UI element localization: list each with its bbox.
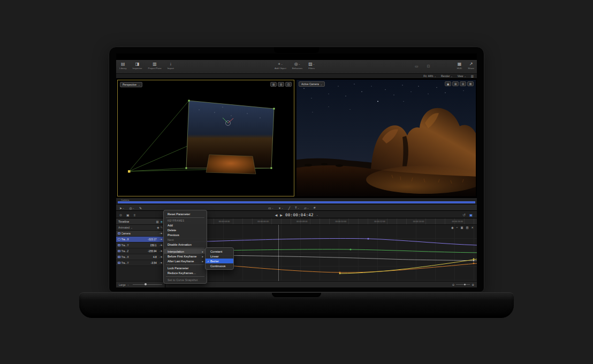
project-pane-button[interactable]: ▥ Project Pane — [148, 62, 161, 70]
previous-keyframe-button[interactable]: ‹ — [159, 232, 160, 235]
keyframe-point[interactable] — [349, 248, 351, 250]
previous-keyframe-button[interactable]: ‹ — [159, 256, 160, 259]
chevron-down-icon[interactable]: ⌄ — [316, 214, 318, 216]
keyframe-icon[interactable]: ◆ — [157, 226, 159, 229]
param-row-position-y[interactable]: Tra...Y 150.1 ‹ ◆ › — [116, 242, 165, 248]
play-button[interactable]: ▶ — [280, 213, 283, 217]
rectangle-tool-button[interactable]: ▭⌄ — [268, 206, 273, 210]
inspector-button[interactable]: ◨ Inspector — [132, 62, 142, 70]
menu-item-reduce-keyframes[interactable]: Reduce Keyframes… — [164, 270, 207, 275]
menu-item-before-first-keyframe[interactable]: Before First Keyframe ▸ — [164, 254, 207, 259]
adjust-tool-button[interactable]: ◎⌄ — [129, 206, 134, 210]
viewport-tool-icon[interactable]: ▣ — [445, 81, 451, 86]
eye-icon[interactable]: ◉ — [451, 226, 454, 229]
menu-item-disable-animation[interactable]: Disable Animation — [164, 242, 207, 247]
select-tool-button[interactable]: ➤⌄ — [119, 206, 124, 210]
hud-button[interactable]: ▦ HUD — [457, 62, 462, 70]
snapshot-icon[interactable]: ▤ — [466, 226, 469, 229]
share-button[interactable]: ↗ Share — [468, 62, 474, 70]
camera-icon[interactable]: ▣ — [461, 226, 463, 229]
keyframe-point[interactable] — [473, 259, 475, 260]
shape-tool-button[interactable]: ▱⌄ — [304, 206, 309, 210]
active-camera-viewport[interactable]: Active Camera ⌄ ▣ ⊞ ⊟ ⊠ — [296, 80, 476, 196]
view-menu[interactable]: View ⌄ — [458, 74, 466, 78]
corner-handle[interactable] — [271, 168, 272, 169]
loop-button[interactable]: ↺ — [462, 213, 465, 217]
submenu-item-continuous[interactable]: Continuous — [206, 263, 233, 268]
previous-keyframe-button[interactable]: ‹ — [159, 244, 160, 247]
submenu-item-bezier[interactable]: ✓ Bezier — [206, 259, 233, 263]
window-layout-icon[interactable]: ▭ — [415, 64, 419, 69]
keyframe-icon[interactable]: ◆ — [161, 256, 162, 258]
perspective-3d-scene[interactable] — [118, 80, 294, 196]
menu-item-add[interactable]: Add — [164, 223, 207, 228]
viewport-camera-select[interactable]: Perspective ⌄ — [120, 82, 142, 87]
timeline-ruler[interactable]: 00:00:02:00 00:00:04:00 00:00:06:00 00:0… — [166, 218, 477, 225]
menu-item-after-last-keyframe[interactable]: After Last Keyframe ▸ — [164, 259, 207, 263]
fit-zoom-control[interactable]: Fit: 44% ⌄ — [423, 74, 436, 78]
keyframe-point[interactable] — [473, 260, 474, 261]
menu-item-lock-parameter[interactable]: Lock Parameter — [164, 266, 207, 270]
render-menu[interactable]: Render ⌄ — [441, 74, 453, 78]
timecode-display[interactable]: 00:00:04:42 — [285, 213, 314, 217]
curve-rotation-y[interactable] — [340, 259, 477, 274]
row-size-select[interactable]: Large — [119, 283, 126, 286]
param-row-rotation-x[interactable]: Tra...X 4.8 ‹ ◆ › — [116, 254, 165, 260]
perspective-viewport[interactable]: Perspective ⌄ ⊞ ⊟ ⊡ — [117, 80, 294, 196]
import-button[interactable]: ↓ Import — [168, 62, 174, 70]
activation-checkbox[interactable] — [118, 244, 120, 247]
viewport-tool-icon[interactable]: ⊞ — [270, 82, 277, 87]
previous-keyframe-button[interactable]: ‹ — [159, 262, 160, 264]
editor-zoom-slider[interactable] — [456, 284, 470, 285]
keyframe-icon[interactable]: ◆ — [161, 244, 162, 246]
menu-item-previous[interactable]: Previous — [164, 232, 207, 237]
star-tool-button[interactable]: ✦⌄ — [278, 206, 283, 210]
filters-button[interactable]: ▨⌄ Filters — [308, 62, 315, 70]
keyframe-icon[interactable]: ◆ — [161, 232, 162, 234]
previous-frame-button[interactable]: ◀ — [275, 213, 278, 217]
layer-row-camera[interactable]: Camera ‹ ◆ › — [116, 231, 165, 237]
keyframe-point[interactable] — [339, 273, 341, 275]
activation-checkbox[interactable] — [118, 238, 120, 241]
keyframe-editor-icon[interactable]: ◈ — [161, 220, 163, 223]
corner-handle[interactable] — [273, 108, 275, 110]
param-row-rotation-y[interactable]: Tra...Y -3.54 ‹ ◆ › — [116, 260, 165, 266]
activation-checkbox[interactable] — [118, 232, 120, 235]
submenu-item-constant[interactable]: Constant — [206, 249, 233, 254]
timeline-view-icon[interactable]: ▦ — [156, 220, 159, 223]
pan-tool-icon[interactable]: ▣ — [126, 213, 130, 217]
viewport-tool-icon[interactable]: ⊟ — [278, 82, 284, 87]
previous-keyframe-button[interactable]: ‹ — [159, 238, 160, 241]
menu-item-interpolation[interactable]: Interpolation ▸ — [164, 249, 207, 254]
menu-item-delete[interactable]: Delete — [164, 228, 207, 232]
camera-track-bar[interactable] — [118, 201, 475, 203]
param-row-position-x[interactable]: Tra...X -323.17 ‹ ◆ › — [116, 237, 165, 242]
animated-filter-select[interactable]: Animated — [118, 226, 130, 229]
activation-checkbox[interactable] — [118, 256, 120, 259]
previous-keyframe-button[interactable]: ‹ — [159, 250, 160, 253]
chevron-down-icon[interactable]: ⌄ — [127, 283, 129, 286]
keyframe-icon[interactable]: ◆ — [161, 250, 162, 252]
keyframe-point[interactable] — [367, 238, 369, 239]
zoom-in-icon[interactable]: ⊕ — [472, 283, 474, 286]
text-tool-button[interactable]: T⌄ — [295, 206, 299, 209]
viewport-tool-icon[interactable]: ⊟ — [460, 81, 466, 86]
menu-item-reset-parameter[interactable]: Reset Parameter — [164, 211, 207, 216]
camera-origin-handle[interactable] — [128, 170, 131, 173]
add-object-button[interactable]: +⌄ Add Object — [275, 62, 286, 70]
record-animation-button[interactable]: ▣ — [469, 213, 473, 217]
pen-icon[interactable]: ✎ — [160, 226, 163, 229]
behaviors-button[interactable]: ◎⌄ Behaviors — [292, 62, 303, 70]
viewport-tool-icon[interactable]: ⊞ — [452, 81, 459, 86]
chevron-down-icon[interactable]: ⌄ — [131, 226, 132, 229]
grid-tool-button[interactable]: # — [314, 206, 315, 209]
keyframe-icon[interactable]: ◆ — [161, 238, 162, 240]
submenu-item-linear[interactable]: Linear — [206, 254, 233, 259]
zoom-tool-icon[interactable]: ⊙ — [119, 213, 122, 217]
zoom-out-icon[interactable]: ⊖ — [452, 283, 455, 286]
corner-handle[interactable] — [186, 168, 187, 169]
viewport-tool-icon[interactable]: ⊡ — [285, 82, 292, 87]
line-tool-button[interactable]: ╱ — [288, 206, 290, 210]
keyframe-icon[interactable]: ◆ — [161, 262, 162, 264]
curves-icon[interactable]: ≈ — [457, 226, 458, 229]
